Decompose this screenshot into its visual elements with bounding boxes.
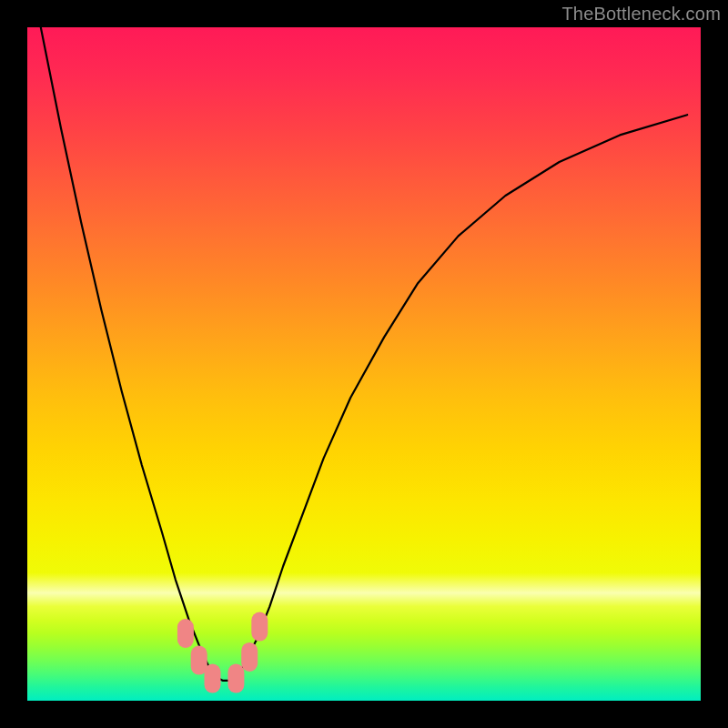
watermark-text: TheBottleneck.com bbox=[561, 4, 721, 25]
plot-area bbox=[27, 27, 701, 701]
marker-1 bbox=[177, 619, 194, 648]
marker-3 bbox=[205, 664, 221, 693]
marker-6 bbox=[251, 612, 268, 642]
chart-frame: TheBottleneck.com bbox=[0, 0, 728, 728]
marker-4 bbox=[228, 664, 244, 693]
curve-layer bbox=[27, 27, 701, 701]
marker-5 bbox=[241, 642, 258, 672]
bottleneck-curve bbox=[41, 27, 687, 681]
